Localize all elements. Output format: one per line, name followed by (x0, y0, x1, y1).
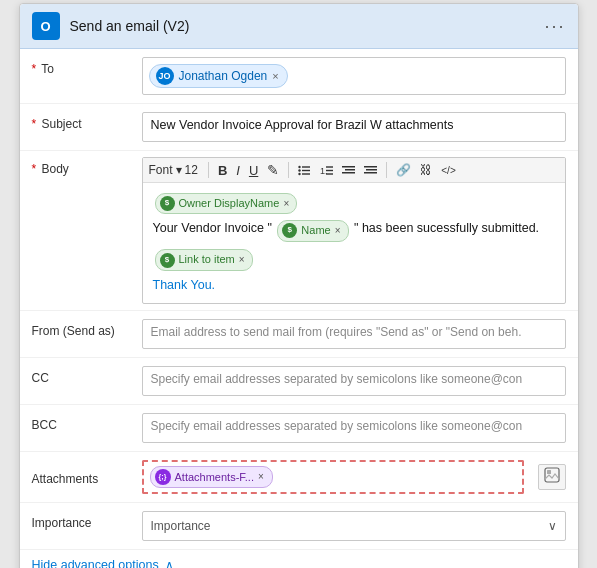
decrease-indent-button[interactable] (339, 164, 358, 177)
hide-advanced-options[interactable]: Hide advanced options ∧ (20, 550, 578, 568)
attachment-tag: {;} Attachments-F... × (150, 466, 273, 488)
importance-label-text: Importance (32, 516, 92, 530)
importance-placeholder: Importance (151, 519, 211, 533)
attachment-tag-close[interactable]: × (258, 471, 264, 482)
to-required-marker: * (32, 62, 37, 76)
subject-field-content: New Vendor Invoice Approval for Brazil W… (142, 112, 566, 142)
to-field-content: JO Jonathan Ogden × (142, 57, 566, 95)
header-icon-text: O (40, 19, 50, 34)
from-placeholder: Email address to send mail from (require… (151, 325, 522, 339)
bcc-label: BCC (32, 413, 142, 432)
body-line-3: $ Link to item × (153, 248, 555, 271)
attachments-input-box[interactable]: {;} Attachments-F... × (142, 460, 524, 494)
attachment-tag-label: Attachments-F... (175, 471, 254, 483)
subject-required-marker: * (32, 117, 37, 131)
bcc-field-content: Specify email addresses separated by sem… (142, 413, 566, 443)
from-label: From (Send as) (32, 319, 142, 338)
importance-chevron-icon: ∨ (548, 519, 557, 533)
body-editor[interactable]: Font ▾ 12 B I U ✎ 1 (142, 157, 566, 304)
svg-rect-12 (342, 172, 355, 174)
link-to-item-token: $ Link to item × (155, 249, 253, 271)
toolbar-divider-1 (208, 162, 209, 178)
italic-button[interactable]: I (233, 162, 243, 179)
token-icon-1: $ (160, 196, 175, 211)
svg-rect-1 (302, 166, 310, 167)
token-label-3: Link to item (179, 251, 235, 269)
cc-field-row: CC Specify email addresses separated by … (20, 358, 578, 405)
bcc-placeholder: Specify email addresses separated by sem… (151, 419, 523, 433)
svg-rect-14 (366, 169, 377, 171)
svg-rect-9 (326, 173, 333, 174)
attachment-tag-icon: {;} (155, 469, 171, 485)
editor-content-area[interactable]: $ Owner DisplayName × Your Vendor Invoic… (143, 183, 565, 303)
card-title: Send an email (V2) (70, 18, 545, 34)
cc-field-content: Specify email addresses separated by sem… (142, 366, 566, 396)
font-dropdown-arrow: ▾ (176, 163, 182, 177)
svg-point-2 (299, 169, 301, 171)
increase-indent-button[interactable] (361, 164, 380, 177)
token-close-1[interactable]: × (283, 196, 289, 212)
to-tag-avatar: JO (156, 67, 174, 85)
to-label: * To (32, 57, 142, 76)
unlink-button[interactable]: ⛓ (417, 162, 435, 178)
to-input-box[interactable]: JO Jonathan Ogden × (142, 57, 566, 95)
svg-rect-5 (302, 173, 310, 174)
svg-rect-16 (545, 468, 559, 482)
header-icon: O (32, 12, 60, 40)
importance-field-row: Importance Importance ∨ (20, 503, 578, 550)
svg-rect-15 (364, 172, 377, 174)
svg-rect-10 (342, 166, 355, 168)
body-thank-you: Thank You. (153, 278, 216, 292)
link-button[interactable]: 🔗 (393, 162, 414, 178)
font-dropdown[interactable]: Font ▾ (149, 163, 182, 177)
body-line-1: $ Owner DisplayName × (153, 191, 555, 214)
svg-rect-7 (326, 166, 333, 167)
toolbar-divider-3 (386, 162, 387, 178)
svg-rect-3 (302, 170, 310, 171)
importance-label: Importance (32, 511, 142, 530)
font-size[interactable]: 12 (185, 163, 198, 177)
editor-toolbar: Font ▾ 12 B I U ✎ 1 (143, 158, 565, 183)
token-icon-3: $ (160, 253, 175, 268)
body-line-2: Your Vendor Invoice " $ Name × " has bee… (153, 218, 555, 241)
to-tag-initials: JO (158, 71, 170, 81)
from-label-text: From (Send as) (32, 324, 115, 338)
body-required-marker: * (32, 162, 37, 176)
token-close-2[interactable]: × (335, 223, 341, 239)
token-close-3[interactable]: × (239, 252, 245, 268)
card-header: O Send an email (V2) ··· (20, 4, 578, 49)
underline-button[interactable]: U (246, 162, 261, 179)
subject-value: New Vendor Invoice Approval for Brazil W… (151, 118, 454, 132)
to-field-row: * To JO Jonathan Ogden × (20, 49, 578, 104)
svg-rect-8 (326, 170, 333, 171)
svg-rect-11 (345, 169, 355, 171)
attachments-image-button[interactable] (538, 464, 566, 490)
token-label-2: Name (301, 222, 330, 240)
from-field-row: From (Send as) Email address to send mai… (20, 311, 578, 358)
ordered-list-button[interactable]: 1. (317, 164, 336, 177)
more-options-button[interactable]: ··· (544, 16, 565, 37)
unordered-list-button[interactable] (295, 164, 314, 177)
to-tag-close[interactable]: × (272, 70, 278, 82)
owner-displayname-token: $ Owner DisplayName × (155, 193, 298, 215)
name-token: $ Name × (277, 220, 348, 242)
subject-field-row: * Subject New Vendor Invoice Approval fo… (20, 104, 578, 151)
html-button[interactable]: </> (438, 164, 458, 177)
cc-input[interactable]: Specify email addresses separated by sem… (142, 366, 566, 396)
body-label: * Body (32, 157, 142, 176)
bold-button[interactable]: B (215, 162, 230, 179)
subject-input[interactable]: New Vendor Invoice Approval for Brazil W… (142, 112, 566, 142)
bcc-label-text: BCC (32, 418, 57, 432)
from-field-content: Email address to send mail from (require… (142, 319, 566, 349)
highlight-button[interactable]: ✎ (264, 161, 282, 179)
bcc-input[interactable]: Specify email addresses separated by sem… (142, 413, 566, 443)
importance-dropdown[interactable]: Importance ∨ (142, 511, 566, 541)
cc-label: CC (32, 366, 142, 385)
to-tag-name: Jonathan Ogden (179, 69, 268, 83)
body-text-suffix: " has been sucessfully submitted. (354, 221, 539, 235)
attachments-field-row: Attachments {;} Attachments-F... × (20, 452, 578, 503)
font-label: Font (149, 163, 173, 177)
from-input[interactable]: Email address to send mail from (require… (142, 319, 566, 349)
token-label-1: Owner DisplayName (179, 195, 280, 213)
subject-label: * Subject (32, 112, 142, 131)
